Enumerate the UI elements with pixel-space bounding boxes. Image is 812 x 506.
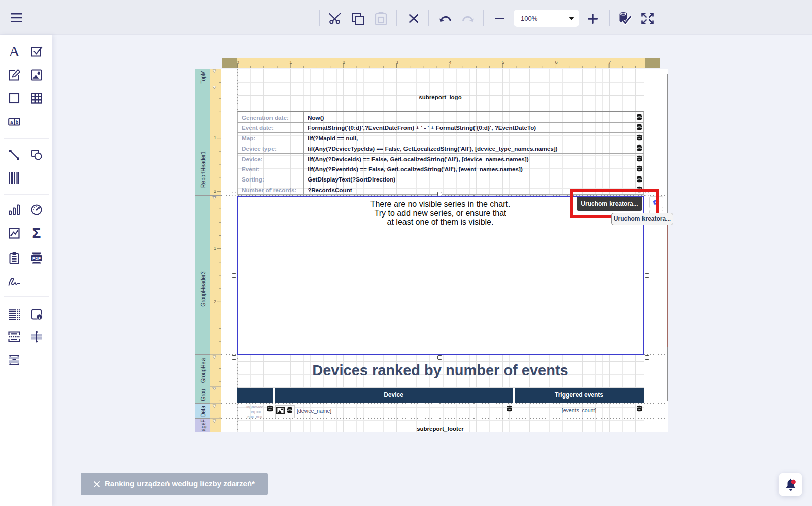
svg-text:1: 1 bbox=[214, 135, 216, 140]
svg-text:a: a bbox=[10, 119, 13, 125]
svg-text:2: 2 bbox=[214, 299, 216, 304]
svg-text:PDF: PDF bbox=[32, 256, 41, 261]
svg-text:1: 1 bbox=[289, 59, 292, 65]
svg-text:5: 5 bbox=[502, 59, 504, 65]
svg-text:6: 6 bbox=[555, 59, 558, 65]
svg-text:2: 2 bbox=[214, 189, 216, 194]
svg-text:2: 2 bbox=[343, 59, 345, 65]
svg-text:1: 1 bbox=[214, 246, 216, 251]
svg-text:b: b bbox=[15, 119, 18, 125]
svg-text:3: 3 bbox=[396, 59, 398, 65]
svg-text:7: 7 bbox=[608, 59, 611, 65]
svg-text:4: 4 bbox=[449, 59, 451, 65]
